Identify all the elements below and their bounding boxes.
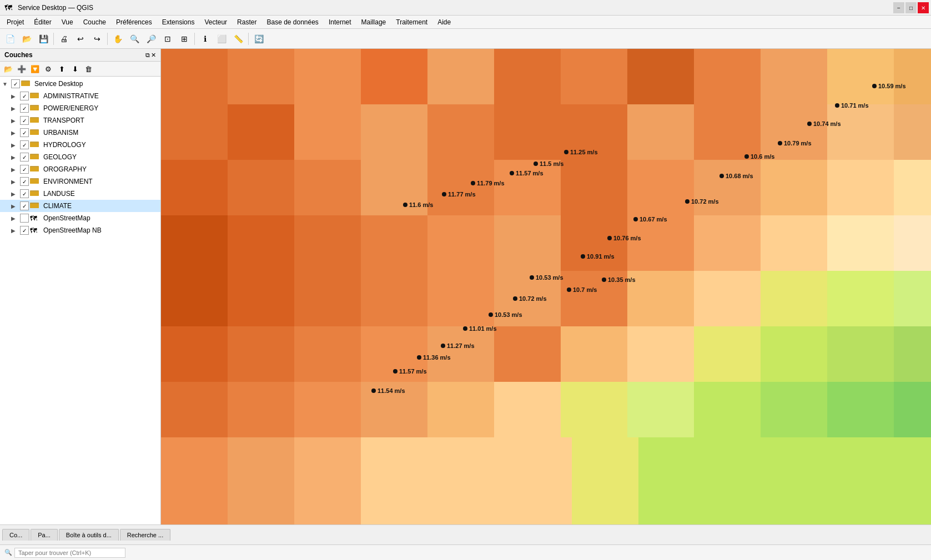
svg-rect-13 xyxy=(30,155,39,159)
tree-label: CLIMATE xyxy=(43,202,72,210)
tree-item-environment[interactable]: ▶✓ENVIRONMENT xyxy=(0,175,160,188)
settings-layer-button[interactable]: ⚙ xyxy=(42,63,54,75)
remove-layer-button[interactable]: 🗑 xyxy=(82,63,94,75)
tree-checkbox[interactable] xyxy=(20,214,29,223)
tree-checkbox[interactable]: ✓ xyxy=(20,189,29,198)
add-layer-button[interactable]: ➕ xyxy=(16,63,28,75)
menu-item-extensions[interactable]: Extensions xyxy=(158,17,199,27)
tree-item-administrative[interactable]: ▶✓ADMINISTRATIVE xyxy=(0,90,160,102)
tree-item-hydrology[interactable]: ▶✓HYDROLOGY xyxy=(0,139,160,151)
tree-item-urbanism[interactable]: ▶✓URBANISM xyxy=(0,127,160,139)
tree-item-orography[interactable]: ▶✓OROGRAPHY xyxy=(0,163,160,175)
open-layer-button[interactable]: 📂 xyxy=(2,63,14,75)
data-dot xyxy=(441,344,445,348)
layer-icon xyxy=(21,79,32,89)
map-area[interactable]: 10.59 m/s10.71 m/s10.74 m/s10.79 m/s10.6… xyxy=(161,49,931,524)
tree-item-landuse[interactable]: ▶✓LANDUSE xyxy=(0,188,160,200)
tree-item-openstreetmapnb[interactable]: ▶✓🗺OpenStreetMap NB xyxy=(0,224,160,236)
tree-checkbox[interactable]: ✓ xyxy=(20,201,29,210)
tree-arrow: ▶ xyxy=(11,167,20,173)
open-button[interactable]: 📂 xyxy=(19,31,34,47)
data-point-1: 10.71 m/s xyxy=(835,102,869,109)
tree-checkbox[interactable]: ✓ xyxy=(20,128,29,137)
maximize-button[interactable]: □ xyxy=(905,2,917,13)
undo-button[interactable]: ↩ xyxy=(73,31,88,47)
bottom-tab-1[interactable]: Pa... xyxy=(31,529,58,541)
data-point-10: 11.77 m/s xyxy=(442,191,476,198)
menu-item-couche[interactable]: Couche xyxy=(79,17,110,27)
filter-layer-button[interactable]: 🔽 xyxy=(29,63,41,75)
identify-button[interactable]: ℹ xyxy=(197,31,213,47)
measure-button[interactable]: 📏 xyxy=(230,31,246,47)
tree-item-transport[interactable]: ▶✓TRANSPORT xyxy=(0,114,160,127)
menu-item-maillage[interactable]: Maillage xyxy=(357,17,391,27)
layers-float-button[interactable]: ⧉ xyxy=(145,52,150,59)
minimize-button[interactable]: − xyxy=(893,2,904,13)
up-layer-button[interactable]: ⬆ xyxy=(56,63,68,75)
tree-checkbox[interactable]: ✓ xyxy=(20,116,29,125)
data-dot xyxy=(442,192,446,196)
data-dot xyxy=(872,84,877,88)
data-point-4: 10.6 m/s xyxy=(744,153,774,160)
layers-close-button[interactable]: ✕ xyxy=(151,52,156,59)
layer-icon xyxy=(30,128,41,138)
layer-icon: 🗺 xyxy=(30,226,41,235)
menu-item-internet[interactable]: Internet xyxy=(324,17,356,27)
bottom-tab-2[interactable]: Boîte à outils d... xyxy=(59,529,119,541)
tree-item-climate[interactable]: ▶✓CLIMATE xyxy=(0,200,160,212)
tree-checkbox[interactable]: ✓ xyxy=(20,104,29,113)
tree-item-powerenergy[interactable]: ▶✓POWER/ENERGY xyxy=(0,102,160,114)
down-layer-button[interactable]: ⬇ xyxy=(69,63,81,75)
menu-item-projet[interactable]: Projet xyxy=(2,17,28,27)
data-dot xyxy=(403,203,407,207)
data-dot xyxy=(744,154,749,159)
tree-label: Service Desktop xyxy=(34,80,83,88)
data-value-label: 11.36 m/s xyxy=(423,354,451,361)
data-dot xyxy=(778,141,782,145)
tree-checkbox[interactable]: ✓ xyxy=(20,140,29,149)
layer-icon xyxy=(30,189,41,199)
menu-item-raster[interactable]: Raster xyxy=(233,17,261,27)
search-bar: 🔍 xyxy=(0,544,931,560)
tree-checkbox[interactable]: ✓ xyxy=(20,226,29,235)
redo-button[interactable]: ↪ xyxy=(89,31,105,47)
menu-item-prfrences[interactable]: Préférences xyxy=(112,17,157,27)
menu-item-aide[interactable]: Aide xyxy=(433,17,455,27)
tree-checkbox[interactable]: ✓ xyxy=(11,79,20,88)
zoom-layer-button[interactable]: ⊞ xyxy=(177,31,192,47)
tree-arrow: ▼ xyxy=(2,81,11,87)
search-input[interactable] xyxy=(14,548,125,558)
pan-button[interactable]: ✋ xyxy=(110,31,125,47)
tree-label: OpenStreetMap xyxy=(43,214,90,222)
tree-item-servicedesktop[interactable]: ▼✓Service Desktop xyxy=(0,78,160,90)
bottom-tab-0[interactable]: Co... xyxy=(2,529,29,541)
save-button[interactable]: 💾 xyxy=(36,31,51,47)
tree-item-geology[interactable]: ▶✓GEOLOGY xyxy=(0,151,160,163)
select-button[interactable]: ⬜ xyxy=(214,31,229,47)
tree-checkbox[interactable]: ✓ xyxy=(20,153,29,162)
tree-item-openstreetmap[interactable]: ▶🗺OpenStreetMap xyxy=(0,212,160,224)
tree-checkbox[interactable]: ✓ xyxy=(20,92,29,100)
menu-item-basededonnes[interactable]: Base de données xyxy=(262,17,323,27)
tree-checkbox[interactable]: ✓ xyxy=(20,177,29,186)
data-value-label: 10.72 m/s xyxy=(691,198,719,205)
menu-item-vecteur[interactable]: Vecteur xyxy=(200,17,232,27)
zoom-in-button[interactable]: 🔍 xyxy=(127,31,142,47)
datapoints-layer: 10.59 m/s10.71 m/s10.74 m/s10.79 m/s10.6… xyxy=(161,49,931,524)
menu-item-vue[interactable]: Vue xyxy=(57,17,78,27)
new-button[interactable]: 📄 xyxy=(2,31,18,47)
data-value-label: 10.67 m/s xyxy=(640,216,667,223)
data-value-label: 11.57 m/s xyxy=(516,170,543,176)
bottom-tab-3[interactable]: Recherche ... xyxy=(120,529,170,541)
menu-item-traitement[interactable]: Traitement xyxy=(391,17,432,27)
zoom-out-button[interactable]: 🔎 xyxy=(143,31,159,47)
refresh-button[interactable]: 🔄 xyxy=(251,31,266,47)
data-dot xyxy=(581,254,585,259)
print-button[interactable]: 🖨 xyxy=(56,31,72,47)
data-point-15: 10.91 m/s xyxy=(581,253,615,260)
close-button[interactable]: ✕ xyxy=(918,2,929,13)
tree-checkbox[interactable]: ✓ xyxy=(20,165,29,174)
zoom-full-button[interactable]: ⊡ xyxy=(160,31,175,47)
data-value-label: 10.53 m/s xyxy=(495,311,522,318)
menu-item-diter[interactable]: Éditer xyxy=(29,17,56,27)
